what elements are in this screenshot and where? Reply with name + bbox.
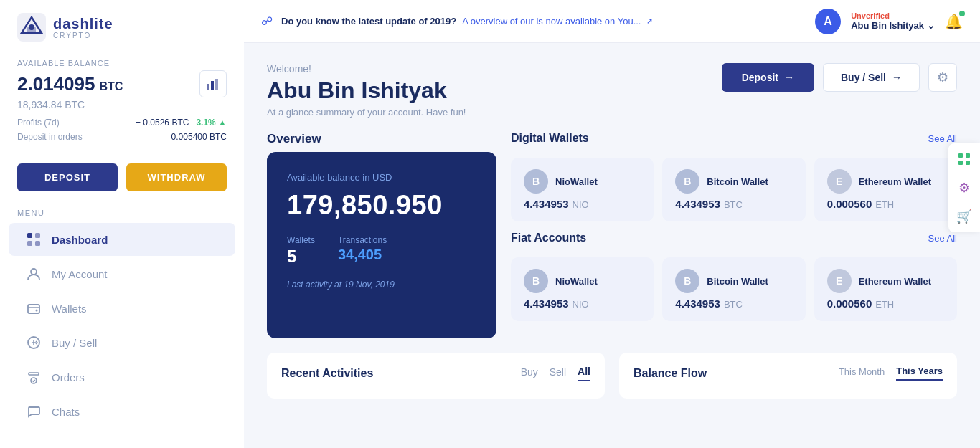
arrow-up-icon: ▲	[218, 118, 227, 128]
fiat-card-header-eth: E Ethereum Wallet	[827, 269, 944, 293]
sidebar-deposit-button[interactable]: DEPOSIT	[17, 163, 118, 191]
balance-flow-section: Balance Flow This Month This Years	[619, 353, 957, 399]
svg-rect-8	[35, 233, 40, 238]
header-actions: Deposit → Buy / Sell → ⚙	[722, 63, 957, 92]
sidebar-nav: Dashboard My Account Wallets Buy / Sell …	[0, 221, 244, 429]
user-avatar: A	[815, 9, 841, 34]
main-deposit-button[interactable]: Deposit →	[722, 63, 814, 92]
fiat-accounts-header: Fiat Accounts See All	[511, 232, 957, 244]
chart-icon-button[interactable]	[199, 70, 227, 97]
panel-settings-icon[interactable]: ⚙	[951, 175, 977, 201]
svg-point-13	[36, 310, 38, 312]
wallet-card-header-btc: B Bitcoin Wallet	[675, 169, 792, 194]
chats-icon	[26, 404, 42, 419]
svg-rect-12	[28, 305, 39, 313]
cog-icon: ⚙	[958, 180, 970, 196]
transactions-stat-label: Transactions	[338, 235, 387, 245]
topbar-right: A Unverified Abu Bin Ishityak ⌄ 🔔	[815, 9, 963, 34]
user-name-dropdown[interactable]: Abu Bin Ishityak ⌄	[851, 20, 935, 31]
account-icon	[26, 266, 42, 282]
gear-icon: ⚙	[937, 70, 948, 85]
wallet-card-header-nio: B NioWallet	[524, 169, 641, 194]
action-buttons: DEPOSIT WITHDRAW	[0, 152, 244, 201]
recent-activities-tabs: Buy Sell All	[521, 366, 590, 381]
sidebar-item-chats[interactable]: Chats	[9, 395, 235, 428]
dashboard-label: Dashboard	[52, 234, 108, 246]
buy-sell-label: Buy / Sell	[52, 337, 97, 349]
wallets-stat-label: Wallets	[287, 235, 315, 245]
welcome-header: Welcome! Abu Bin Ishityak At a glance su…	[267, 63, 957, 118]
fiat-card-eth: E Ethereum Wallet 0.000560 ETH	[814, 257, 957, 321]
sidebar-item-orders[interactable]: Orders	[9, 361, 235, 394]
recent-activities-section: Recent Activities Buy Sell All	[267, 353, 605, 399]
tab-buy[interactable]: Buy	[521, 366, 538, 381]
logo-name: dashlite	[53, 16, 113, 32]
page-content: Welcome! Abu Bin Ishityak At a glance su…	[244, 43, 980, 448]
fiat-card-header-nio: B NioWallet	[524, 269, 641, 293]
nio-wallet-name: NioWallet	[555, 176, 598, 187]
announce-link[interactable]: A overview of our is now available on Yo…	[462, 16, 641, 27]
nio-wallet-icon: B	[524, 169, 548, 194]
fiat-eth-amount: 0.000560 ETH	[827, 297, 944, 310]
svg-point-15	[31, 378, 37, 383]
fiat-card-btc: B Bitcoin Wallet 4.434953 BTC	[662, 257, 805, 321]
balance-amount: 2.014095 BTC	[17, 73, 123, 95]
sidebar-item-buy-sell[interactable]: Buy / Sell	[9, 326, 235, 359]
balance-section: AVAILABLE BALANCE 2.014095 BTC 18,934.84…	[0, 52, 244, 152]
digital-wallets-title: Digital Wallets	[511, 132, 589, 145]
notification-badge	[959, 11, 965, 16]
flow-tab-this-month[interactable]: This Month	[839, 366, 885, 380]
fiat-btc-amount: 4.434953 BTC	[675, 297, 792, 310]
fiat-accounts-section: Fiat Accounts See All B NioWallet 4.4349…	[511, 232, 957, 321]
overview-balance-amount: 179,850.950	[287, 190, 476, 221]
profits-pct: 3.1%	[196, 118, 215, 128]
balance-flow-title: Balance Flow	[633, 367, 707, 380]
fiat-eth-icon: E	[827, 269, 852, 293]
deposit-orders-val: 0.005400 BTC	[171, 132, 227, 142]
tab-all[interactable]: All	[578, 366, 590, 381]
panel-grid-icon[interactable]	[951, 146, 977, 172]
svg-rect-6	[215, 79, 218, 90]
chats-label: Chats	[52, 406, 80, 418]
tab-sell[interactable]: Sell	[550, 366, 566, 381]
svg-rect-4	[207, 84, 209, 90]
dashboard-icon	[26, 232, 42, 247]
fiat-card-nio: B NioWallet 4.434953 NIO	[511, 257, 654, 321]
logo-area: dashlite CRYPTO	[0, 0, 244, 52]
svg-rect-19	[966, 161, 970, 165]
svg-rect-17	[966, 153, 970, 158]
wallet-card-header-eth: E Ethereum Wallet	[827, 169, 944, 194]
eth-wallet-amount: 0.000560 ETH	[827, 198, 944, 210]
svg-point-11	[31, 269, 37, 275]
svg-rect-16	[958, 153, 963, 158]
wallets-stat: Wallets 5	[287, 235, 315, 267]
sidebar-item-dashboard[interactable]: Dashboard	[9, 223, 235, 256]
bottom-grid: Recent Activities Buy Sell All Balance F…	[267, 353, 957, 399]
main-buysell-button[interactable]: Buy / Sell →	[823, 63, 920, 92]
eth-wallet-name: Ethereum Wallet	[859, 176, 931, 187]
deposit-orders-row: Deposit in orders 0.005400 BTC	[17, 132, 227, 142]
announcement-bar: Do you know the latest update of 2019? A…	[281, 16, 806, 27]
balance-flow-tabs: This Month This Years	[839, 366, 943, 381]
overview-stats: Wallets 5 Transactions 34,405	[287, 235, 476, 267]
sidebar-withdraw-button[interactable]: WITHDRAW	[126, 163, 227, 191]
arrow-right-icon: →	[784, 72, 794, 83]
wallets-icon	[26, 300, 42, 316]
fiat-accounts-grid: B NioWallet 4.434953 NIO B Bitcoin	[511, 257, 957, 321]
wallets-label: Wallets	[52, 302, 87, 315]
digital-wallets-see-all[interactable]: See All	[928, 133, 957, 144]
overview-balance-label: Available balance in USD	[287, 172, 476, 183]
recent-activities-header: Recent Activities Buy Sell All	[281, 366, 590, 381]
bar-chart-icon	[207, 78, 220, 90]
sidebar-item-my-account[interactable]: My Account	[9, 257, 235, 290]
profits-label: Profits (7d)	[17, 118, 60, 128]
wallets-count: 5	[287, 247, 315, 267]
sidebar-item-wallets[interactable]: Wallets	[9, 292, 235, 325]
announcement-icon: ☍	[261, 14, 273, 28]
transactions-stat: Transactions 34,405	[338, 235, 387, 267]
settings-button[interactable]: ⚙	[928, 63, 957, 92]
flow-tab-this-years[interactable]: This Years	[896, 366, 943, 381]
fiat-accounts-see-all[interactable]: See All	[928, 233, 957, 244]
panel-cart-icon[interactable]: 🛒	[951, 204, 977, 229]
wallet-card-btc: B Bitcoin Wallet 4.434953 BTC	[662, 158, 805, 221]
